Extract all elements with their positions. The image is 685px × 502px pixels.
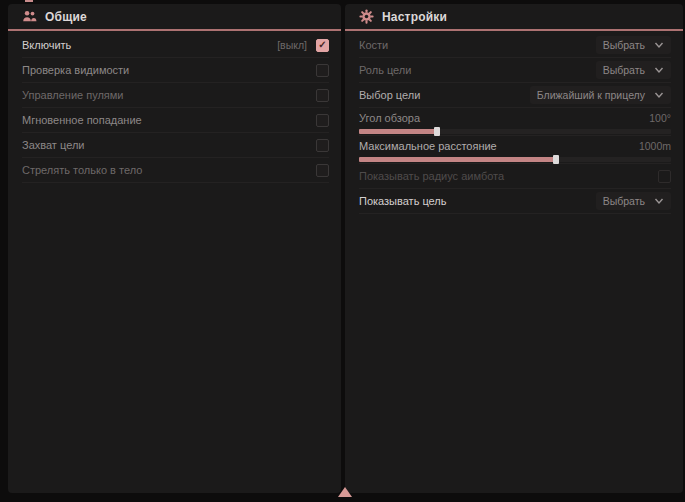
slider-value: 1000m	[639, 140, 671, 152]
bones-dropdown[interactable]: Выбрать	[596, 36, 671, 54]
panel-settings: Настройки Кости Выбрать Роль цели Выбрат…	[345, 4, 683, 493]
option-label: Угол обзора	[359, 112, 649, 124]
option-row-body-only[interactable]: Стрелять только в тело	[22, 158, 329, 183]
panel-settings-header: Настройки	[345, 4, 683, 29]
users-icon	[22, 9, 37, 24]
option-row-max-distance: Максимальное расстояние 1000m	[359, 136, 671, 164]
chevron-down-icon	[654, 90, 664, 100]
option-row-target-role: Роль цели Выбрать	[359, 58, 671, 83]
chevron-down-icon	[654, 196, 664, 206]
slider-handle[interactable]	[553, 155, 559, 164]
checkbox-bullet-control[interactable]	[316, 89, 329, 102]
max-distance-slider[interactable]	[359, 157, 671, 162]
option-row-visibility-check[interactable]: Проверка видимости	[22, 58, 329, 83]
cursor-up-icon	[338, 487, 352, 497]
checkbox-body-only[interactable]	[316, 164, 329, 177]
option-label: Максимальное расстояние	[359, 140, 639, 152]
dropdown-value: Выбрать	[603, 64, 645, 76]
panel-general-body: Включить [выкл] ✓ Проверка видимости Упр…	[8, 31, 341, 183]
option-label: Роль цели	[359, 64, 596, 76]
option-label: Включить	[22, 39, 277, 51]
option-row-instant-hit[interactable]: Мгновенное попадание	[22, 108, 329, 133]
option-label: Кости	[359, 39, 596, 51]
option-label: Показывать радиус аимбота	[359, 170, 658, 182]
checkbox-instant-hit[interactable]	[316, 114, 329, 127]
option-row-target-select: Выбор цели Ближайший к прицелу	[359, 83, 671, 108]
slider-fill	[359, 157, 556, 162]
chevron-down-icon	[654, 40, 664, 50]
panel-title: Общие	[45, 10, 87, 24]
dropdown-value: Выбрать	[603, 195, 645, 207]
checkbox-target-lock[interactable]	[316, 139, 329, 152]
option-label: Показывать цель	[359, 195, 596, 207]
chevron-down-icon	[654, 65, 664, 75]
option-label: Захват цели	[22, 139, 316, 151]
target-select-dropdown[interactable]: Ближайший к прицелу	[530, 86, 671, 104]
option-row-show-aimbot-radius: Показывать радиус аимбота	[359, 164, 671, 189]
clipped-artifact	[25, 0, 33, 2]
target-role-dropdown[interactable]: Выбрать	[596, 61, 671, 79]
option-row-target-lock[interactable]: Захват цели	[22, 133, 329, 158]
checkbox-enable[interactable]: ✓	[316, 39, 329, 52]
option-row-fov: Угол обзора 100°	[359, 108, 671, 136]
option-label: Мгновенное попадание	[22, 114, 316, 126]
slider-value: 100°	[649, 112, 671, 124]
option-label: Проверка видимости	[22, 64, 316, 76]
option-row-bones: Кости Выбрать	[359, 33, 671, 58]
panel-general: Общие Включить [выкл] ✓ Проверка видимос…	[8, 4, 341, 493]
fov-slider[interactable]	[359, 129, 671, 134]
option-row-show-target: Показывать цель Выбрать	[359, 189, 671, 214]
option-label: Стрелять только в тело	[22, 164, 316, 176]
check-icon: ✓	[318, 40, 326, 50]
checkbox-show-aimbot-radius[interactable]	[658, 170, 671, 183]
checkbox-visibility-check[interactable]	[316, 64, 329, 77]
option-row-bullet-control[interactable]: Управление пулями	[22, 83, 329, 108]
option-label: Управление пулями	[22, 89, 316, 101]
show-target-dropdown[interactable]: Выбрать	[596, 192, 671, 210]
option-row-enable[interactable]: Включить [выкл] ✓	[22, 33, 329, 58]
panel-general-header: Общие	[8, 4, 341, 29]
slider-fill	[359, 129, 437, 134]
keybind-hint[interactable]: [выкл]	[277, 39, 307, 51]
dropdown-value: Выбрать	[603, 39, 645, 51]
option-label: Выбор цели	[359, 89, 530, 101]
panel-title: Настройки	[382, 10, 447, 24]
slider-handle[interactable]	[434, 127, 440, 136]
gear-icon	[359, 9, 374, 24]
panel-settings-body: Кости Выбрать Роль цели Выбрать Выбор це…	[345, 31, 683, 214]
dropdown-value: Ближайший к прицелу	[537, 89, 645, 101]
